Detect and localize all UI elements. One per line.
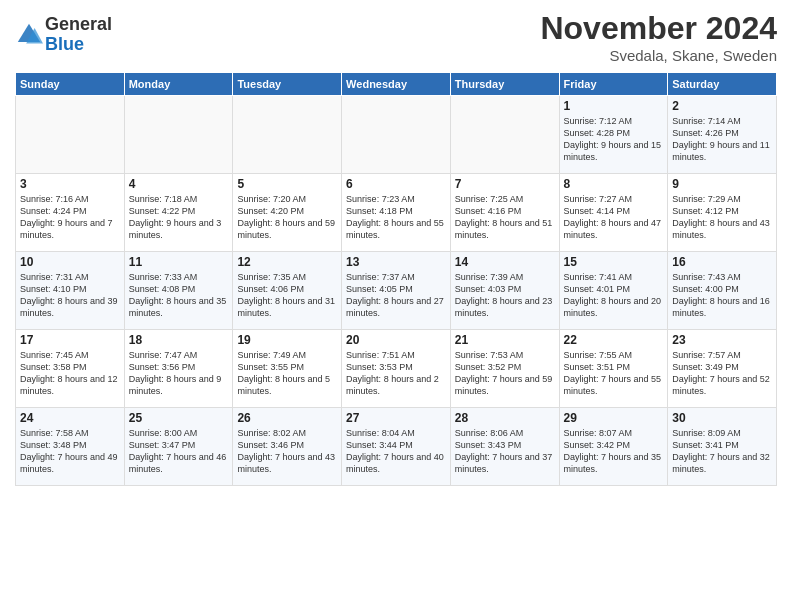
day-info: Sunrise: 8:02 AM Sunset: 3:46 PM Dayligh… xyxy=(237,427,337,476)
logo: General Blue xyxy=(15,15,112,55)
day-number: 13 xyxy=(346,255,446,269)
day-info: Sunrise: 7:55 AM Sunset: 3:51 PM Dayligh… xyxy=(564,349,664,398)
week-row-4: 17Sunrise: 7:45 AM Sunset: 3:58 PM Dayli… xyxy=(16,330,777,408)
day-cell: 15Sunrise: 7:41 AM Sunset: 4:01 PM Dayli… xyxy=(559,252,668,330)
day-info: Sunrise: 7:57 AM Sunset: 3:49 PM Dayligh… xyxy=(672,349,772,398)
day-cell: 18Sunrise: 7:47 AM Sunset: 3:56 PM Dayli… xyxy=(124,330,233,408)
day-number: 14 xyxy=(455,255,555,269)
day-info: Sunrise: 7:33 AM Sunset: 4:08 PM Dayligh… xyxy=(129,271,229,320)
day-number: 28 xyxy=(455,411,555,425)
month-title: November 2024 xyxy=(540,10,777,47)
day-info: Sunrise: 7:27 AM Sunset: 4:14 PM Dayligh… xyxy=(564,193,664,242)
day-info: Sunrise: 7:31 AM Sunset: 4:10 PM Dayligh… xyxy=(20,271,120,320)
day-cell: 2Sunrise: 7:14 AM Sunset: 4:26 PM Daylig… xyxy=(668,96,777,174)
day-number: 19 xyxy=(237,333,337,347)
day-info: Sunrise: 7:51 AM Sunset: 3:53 PM Dayligh… xyxy=(346,349,446,398)
day-cell: 5Sunrise: 7:20 AM Sunset: 4:20 PM Daylig… xyxy=(233,174,342,252)
day-info: Sunrise: 7:23 AM Sunset: 4:18 PM Dayligh… xyxy=(346,193,446,242)
day-info: Sunrise: 7:29 AM Sunset: 4:12 PM Dayligh… xyxy=(672,193,772,242)
day-number: 9 xyxy=(672,177,772,191)
logo-icon xyxy=(15,21,43,49)
weekday-header-row: Sunday Monday Tuesday Wednesday Thursday… xyxy=(16,73,777,96)
day-cell: 10Sunrise: 7:31 AM Sunset: 4:10 PM Dayli… xyxy=(16,252,125,330)
day-cell: 1Sunrise: 7:12 AM Sunset: 4:28 PM Daylig… xyxy=(559,96,668,174)
day-cell: 13Sunrise: 7:37 AM Sunset: 4:05 PM Dayli… xyxy=(342,252,451,330)
day-cell: 9Sunrise: 7:29 AM Sunset: 4:12 PM Daylig… xyxy=(668,174,777,252)
day-number: 20 xyxy=(346,333,446,347)
day-info: Sunrise: 8:09 AM Sunset: 3:41 PM Dayligh… xyxy=(672,427,772,476)
day-number: 30 xyxy=(672,411,772,425)
day-info: Sunrise: 7:47 AM Sunset: 3:56 PM Dayligh… xyxy=(129,349,229,398)
logo-general-text: General xyxy=(45,14,112,34)
week-row-1: 1Sunrise: 7:12 AM Sunset: 4:28 PM Daylig… xyxy=(16,96,777,174)
day-cell: 23Sunrise: 7:57 AM Sunset: 3:49 PM Dayli… xyxy=(668,330,777,408)
day-info: Sunrise: 7:39 AM Sunset: 4:03 PM Dayligh… xyxy=(455,271,555,320)
day-cell: 27Sunrise: 8:04 AM Sunset: 3:44 PM Dayli… xyxy=(342,408,451,486)
day-cell: 17Sunrise: 7:45 AM Sunset: 3:58 PM Dayli… xyxy=(16,330,125,408)
day-number: 21 xyxy=(455,333,555,347)
header-thursday: Thursday xyxy=(450,73,559,96)
day-info: Sunrise: 7:41 AM Sunset: 4:01 PM Dayligh… xyxy=(564,271,664,320)
day-number: 25 xyxy=(129,411,229,425)
header-sunday: Sunday xyxy=(16,73,125,96)
day-info: Sunrise: 7:49 AM Sunset: 3:55 PM Dayligh… xyxy=(237,349,337,398)
day-cell: 25Sunrise: 8:00 AM Sunset: 3:47 PM Dayli… xyxy=(124,408,233,486)
day-number: 24 xyxy=(20,411,120,425)
day-info: Sunrise: 8:04 AM Sunset: 3:44 PM Dayligh… xyxy=(346,427,446,476)
day-number: 1 xyxy=(564,99,664,113)
day-cell: 4Sunrise: 7:18 AM Sunset: 4:22 PM Daylig… xyxy=(124,174,233,252)
day-number: 5 xyxy=(237,177,337,191)
day-cell: 3Sunrise: 7:16 AM Sunset: 4:24 PM Daylig… xyxy=(16,174,125,252)
day-info: Sunrise: 7:16 AM Sunset: 4:24 PM Dayligh… xyxy=(20,193,120,242)
day-info: Sunrise: 7:35 AM Sunset: 4:06 PM Dayligh… xyxy=(237,271,337,320)
day-info: Sunrise: 7:37 AM Sunset: 4:05 PM Dayligh… xyxy=(346,271,446,320)
day-info: Sunrise: 7:45 AM Sunset: 3:58 PM Dayligh… xyxy=(20,349,120,398)
day-info: Sunrise: 7:20 AM Sunset: 4:20 PM Dayligh… xyxy=(237,193,337,242)
day-info: Sunrise: 7:25 AM Sunset: 4:16 PM Dayligh… xyxy=(455,193,555,242)
day-number: 7 xyxy=(455,177,555,191)
day-number: 23 xyxy=(672,333,772,347)
day-cell: 21Sunrise: 7:53 AM Sunset: 3:52 PM Dayli… xyxy=(450,330,559,408)
day-number: 12 xyxy=(237,255,337,269)
day-cell: 14Sunrise: 7:39 AM Sunset: 4:03 PM Dayli… xyxy=(450,252,559,330)
logo-blue-text: Blue xyxy=(45,34,84,54)
day-info: Sunrise: 7:58 AM Sunset: 3:48 PM Dayligh… xyxy=(20,427,120,476)
day-cell: 24Sunrise: 7:58 AM Sunset: 3:48 PM Dayli… xyxy=(16,408,125,486)
day-cell: 16Sunrise: 7:43 AM Sunset: 4:00 PM Dayli… xyxy=(668,252,777,330)
week-row-3: 10Sunrise: 7:31 AM Sunset: 4:10 PM Dayli… xyxy=(16,252,777,330)
day-cell: 19Sunrise: 7:49 AM Sunset: 3:55 PM Dayli… xyxy=(233,330,342,408)
header-wednesday: Wednesday xyxy=(342,73,451,96)
day-number: 22 xyxy=(564,333,664,347)
day-number: 4 xyxy=(129,177,229,191)
day-info: Sunrise: 8:00 AM Sunset: 3:47 PM Dayligh… xyxy=(129,427,229,476)
day-number: 10 xyxy=(20,255,120,269)
day-info: Sunrise: 7:43 AM Sunset: 4:00 PM Dayligh… xyxy=(672,271,772,320)
day-cell xyxy=(16,96,125,174)
page-container: General Blue November 2024 Svedala, Skan… xyxy=(0,0,792,491)
location-title: Svedala, Skane, Sweden xyxy=(540,47,777,64)
day-cell: 29Sunrise: 8:07 AM Sunset: 3:42 PM Dayli… xyxy=(559,408,668,486)
calendar-table: Sunday Monday Tuesday Wednesday Thursday… xyxy=(15,72,777,486)
day-cell: 22Sunrise: 7:55 AM Sunset: 3:51 PM Dayli… xyxy=(559,330,668,408)
day-info: Sunrise: 7:18 AM Sunset: 4:22 PM Dayligh… xyxy=(129,193,229,242)
day-cell: 26Sunrise: 8:02 AM Sunset: 3:46 PM Dayli… xyxy=(233,408,342,486)
day-info: Sunrise: 8:06 AM Sunset: 3:43 PM Dayligh… xyxy=(455,427,555,476)
day-number: 27 xyxy=(346,411,446,425)
day-cell xyxy=(124,96,233,174)
day-number: 17 xyxy=(20,333,120,347)
day-cell xyxy=(233,96,342,174)
header-monday: Monday xyxy=(124,73,233,96)
day-cell: 6Sunrise: 7:23 AM Sunset: 4:18 PM Daylig… xyxy=(342,174,451,252)
day-info: Sunrise: 8:07 AM Sunset: 3:42 PM Dayligh… xyxy=(564,427,664,476)
day-number: 3 xyxy=(20,177,120,191)
day-number: 26 xyxy=(237,411,337,425)
day-cell: 11Sunrise: 7:33 AM Sunset: 4:08 PM Dayli… xyxy=(124,252,233,330)
header-tuesday: Tuesday xyxy=(233,73,342,96)
day-cell: 28Sunrise: 8:06 AM Sunset: 3:43 PM Dayli… xyxy=(450,408,559,486)
day-cell: 12Sunrise: 7:35 AM Sunset: 4:06 PM Dayli… xyxy=(233,252,342,330)
day-info: Sunrise: 7:12 AM Sunset: 4:28 PM Dayligh… xyxy=(564,115,664,164)
week-row-5: 24Sunrise: 7:58 AM Sunset: 3:48 PM Dayli… xyxy=(16,408,777,486)
day-info: Sunrise: 7:53 AM Sunset: 3:52 PM Dayligh… xyxy=(455,349,555,398)
header-friday: Friday xyxy=(559,73,668,96)
day-number: 15 xyxy=(564,255,664,269)
